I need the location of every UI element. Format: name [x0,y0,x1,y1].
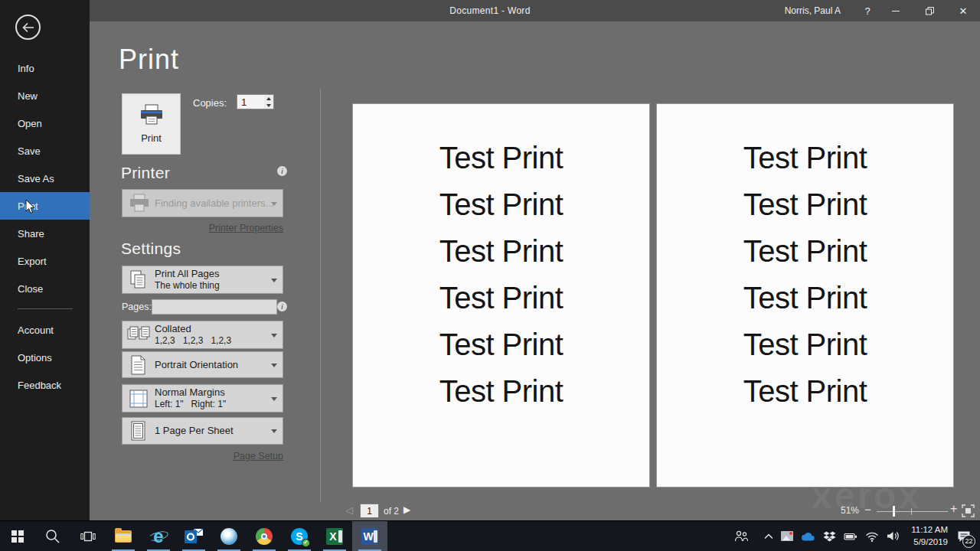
minimize-button[interactable] [879,0,913,21]
sidebar-item-info[interactable]: Info [0,54,90,82]
dropdown-arrow-icon [271,202,277,206]
sidebar-item-label: Save [18,145,41,157]
dropdown-subtitle: 1,2,3 1,2,3 1,2,3 [155,335,283,347]
sidebar-item-label: Open [18,118,42,129]
back-button[interactable] [15,15,41,40]
restore-icon [926,7,934,15]
outlook-icon [185,527,204,545]
up-arrow-icon [266,97,271,100]
tray-dropbox[interactable] [819,521,840,551]
sidebar-item-close[interactable]: Close [0,275,90,302]
taskbar-search-button[interactable] [35,521,70,551]
help-icon[interactable]: ? [856,0,879,21]
people-button[interactable] [730,521,753,551]
zoom-in-button[interactable]: + [950,502,957,516]
sidebar-item-label: Options [18,352,52,364]
sidebar-item-label: Export [18,256,47,267]
preview-text-line: Test Print [353,275,649,321]
printer-info-icon[interactable]: i [277,166,287,176]
print-range-dropdown[interactable]: Print All Pages The whole thing [122,266,283,294]
taskbar-app-internet-explorer[interactable]: e [141,521,176,551]
taskbar-app-chrome[interactable] [247,521,282,551]
windows-logo-icon [11,530,24,543]
sidebar-item-label: Share [18,228,44,240]
margins-dropdown[interactable]: Normal Margins Left: 1" Right: 1" [122,384,283,412]
pages-info-icon[interactable]: i [277,302,287,311]
taskbar-app-globe[interactable] [211,521,247,551]
printer-heading: Printer [121,164,170,182]
printer-select-dropdown[interactable]: Finding available printers... [122,189,283,217]
sidebar-item-options[interactable]: Options [0,344,90,371]
volume-icon [887,530,901,542]
pages-label: Pages: [122,302,152,312]
copies-decrement-button[interactable] [264,102,273,109]
print-button[interactable]: Print [122,93,181,155]
task-view-button[interactable] [70,521,106,551]
page-count-label: of 2 [384,506,399,517]
tray-overflow-button[interactable] [760,521,777,551]
start-button[interactable] [0,521,35,551]
settings-heading: Settings [121,240,181,258]
pages-per-sheet-dropdown[interactable]: 1 Page Per Sheet [122,417,283,445]
internet-explorer-icon: e [149,527,168,546]
close-button[interactable]: ✕ [946,0,980,21]
print-button-label: Print [141,132,162,144]
sidebar-divider [18,308,73,309]
sidebar-item-save[interactable]: Save [0,137,90,165]
collation-dropdown[interactable]: Collated 1,2,3 1,2,3 1,2,3 [122,321,283,349]
mouse-cursor [25,199,37,215]
zoom-to-page-button[interactable] [962,504,975,517]
sidebar-item-feedback[interactable]: Feedback [0,371,90,399]
preview-text-line: Test Print [657,275,953,321]
chevron-up-icon [764,533,773,540]
minimize-icon [892,11,900,11]
sidebar-item-export[interactable]: Export [0,247,90,275]
tray-power[interactable] [840,521,861,551]
pages-input[interactable] [152,299,277,315]
sidebar-item-new[interactable]: New [0,82,90,109]
current-page-input[interactable]: 1 [360,504,379,518]
sidebar-item-share[interactable]: Share [0,220,90,247]
preview-text-line: Test Print [353,228,649,275]
taskbar-app-word[interactable]: W [352,521,387,551]
dropdown-arrow-icon [271,279,277,282]
action-center-button[interactable]: 22 [952,521,975,551]
tray-screen-snip[interactable] [777,521,797,551]
copies-input[interactable] [237,94,265,109]
window-title: Document1 - Word [449,0,530,21]
preview-text-line: Test Print [353,181,649,228]
sidebar-item-print[interactable]: Print [0,192,90,220]
dropdown-subtitle: Left: 1" Right: 1" [155,399,283,410]
taskbar-app-skype[interactable]: S✓ [282,521,317,551]
clock-time: 11:12 AM [911,524,948,536]
previous-page-button[interactable]: ◁ [345,505,353,515]
taskbar-app-excel[interactable]: X [317,521,352,551]
power-battery-icon [844,531,858,542]
taskbar-app-outlook[interactable] [176,521,211,551]
taskbar-app-file-explorer[interactable] [106,521,141,551]
sidebar-item-open[interactable]: Open [0,109,90,137]
account-user-name[interactable]: Norris, Paul A [785,5,841,16]
sidebar-item-account[interactable]: Account [0,316,90,344]
backstage-sidebar: Info New Open Save Save As Print Share E… [0,0,90,520]
dropdown-arrow-icon [271,429,277,433]
tray-wifi[interactable] [861,521,883,551]
sidebar-item-save-as[interactable]: Save As [0,165,90,192]
dropdown-title: Portrait Orientation [155,359,283,371]
copies-increment-button[interactable] [264,95,273,102]
dropdown-arrow-icon [271,334,277,337]
preview-text-line: Test Print [657,228,953,275]
restore-button[interactable] [913,0,946,21]
chrome-icon [256,528,273,545]
page-setup-link[interactable]: Page Setup [234,451,283,461]
preview-text-line: Test Print [353,135,649,181]
dropdown-title: 1 Page Per Sheet [155,425,283,437]
next-page-button[interactable]: ▶ [403,505,410,514]
word-backstage-print-screen: Document1 - Word Norris, Paul A ? ✕ Info… [0,0,980,551]
tray-volume[interactable] [883,521,905,551]
tray-onedrive[interactable] [797,521,819,551]
preview-text-line: Test Print [353,321,649,368]
taskbar-clock[interactable]: 11:12 AM 5/9/2019 [905,524,952,548]
orientation-dropdown[interactable]: Portrait Orientation [122,351,283,378]
printer-properties-link[interactable]: Printer Properties [209,223,283,233]
